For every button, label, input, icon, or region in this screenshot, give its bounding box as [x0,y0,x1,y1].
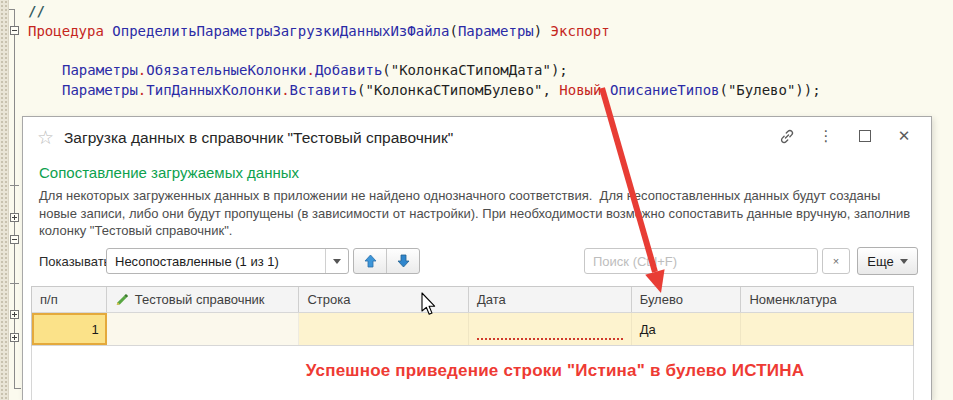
fold-tick-1 [9,9,15,10]
arrow-down-icon [397,254,410,268]
pencil-icon [115,293,129,307]
dialog-titlebar: ☆ Загрузка данных в справочник "Тестовый… [23,117,931,159]
fold-marker-collapse-1[interactable] [10,26,19,35]
row-cell-nomenclature[interactable] [741,313,913,345]
next-item-button[interactable] [386,249,419,273]
fold-marker-expand-2[interactable] [10,310,19,319]
fold-tick-2 [10,185,19,186]
annotation-text: Успешное приведение строки "Истина" в бу… [250,361,860,381]
fold-bracket-line [14,10,15,388]
row-cell-string[interactable] [299,313,469,345]
previous-item-button[interactable] [354,249,386,273]
fold-marker-expand-1[interactable] [10,213,19,222]
row-cell-date[interactable] [469,313,632,345]
favorite-star-icon[interactable]: ☆ [37,126,54,149]
maximize-icon[interactable] [856,127,874,145]
window-controls: ⋮ ✕ [778,127,913,145]
row-cell-test-ref[interactable] [107,313,300,345]
screenshot-root: // Процедура ОпределитьПараметрыЗагрузки… [0,0,953,400]
more-button-label: Еще [867,254,893,269]
fold-marker-collapse-2[interactable] [10,235,19,244]
column-header-test-ref[interactable]: Тестовый справочник [107,287,300,312]
column-header-string[interactable]: Строка [299,287,469,312]
fold-bracket-corner [14,388,21,389]
show-filter-value: Несопоставленные (1 из 1) [107,254,325,269]
editor-gutter-texture [0,0,9,400]
row-cell-bool[interactable]: Да [632,313,742,345]
code-editor[interactable]: // Процедура ОпределитьПараметрыЗагрузки… [0,0,953,116]
search-input[interactable] [585,249,817,273]
column-header-nomenclature[interactable]: Номенклатура [741,287,913,312]
dialog-load-data-window: ☆ Загрузка данных в справочник "Тестовый… [22,116,932,400]
code-line-4: Параметры.ОбязательныеКолонки.Добавить("… [62,61,568,79]
arrow-up-icon [364,254,377,268]
chevron-down-icon [900,259,908,264]
column-header-date[interactable]: Дата [469,287,632,312]
show-filter-dropdown[interactable]: Несопоставленные (1 из 1) [106,248,349,274]
search-clear-button[interactable]: × [822,248,850,274]
more-button[interactable]: Еще [857,247,918,275]
close-icon[interactable]: ✕ [895,127,913,145]
description-text: Для некоторых загруженных данных в прило… [39,187,917,240]
dropdown-open-button[interactable] [325,249,348,273]
chevron-down-icon [333,259,341,264]
fold-marker-expand-3[interactable] [10,333,19,342]
more-menu-icon[interactable]: ⋮ [817,127,835,145]
show-filter-label: Показывать: [39,254,114,269]
invalid-value-underline [477,338,623,340]
table-header-row: п/п Тестовый справочник Строка Дата Буле… [32,287,913,312]
column-header-bool[interactable]: Булево [632,287,742,312]
dialog-title: Загрузка данных в справочник "Тестовый с… [64,129,453,147]
column-header-test-ref-label: Тестовый справочник [135,292,265,307]
fold-tick-3 [10,283,19,284]
table-row: 1 Да [32,312,913,346]
section-title: Сопоставление загружаемых данных [39,164,299,181]
search-field-wrapper [584,248,818,274]
mapping-table: п/п Тестовый справочник Строка Дата Буле… [31,286,914,347]
code-line-1: // [28,2,45,20]
code-line-5: Параметры.ТипДанныхКолонки.Вставить("Кол… [62,81,821,99]
code-line-2: Процедура ОпределитьПараметрыЗагрузкиДан… [28,22,610,40]
row-cell-num[interactable]: 1 [32,313,107,345]
link-icon[interactable] [778,127,796,145]
column-header-num[interactable]: п/п [32,287,107,312]
navigation-arrows [353,248,420,274]
